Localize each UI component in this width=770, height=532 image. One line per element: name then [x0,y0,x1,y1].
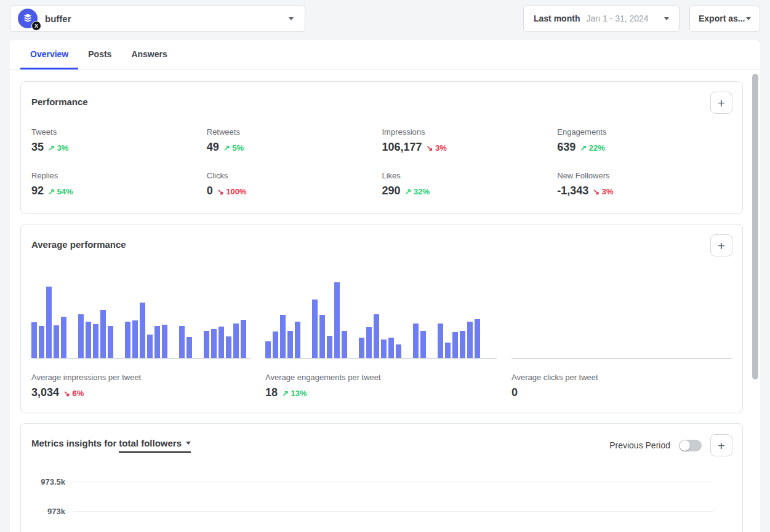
metric-value: 290 [382,185,401,197]
y-axis-row: 973.5k [31,477,713,486]
chevron-down-icon [664,17,669,20]
bar [359,338,364,358]
metric-delta: ↗ 54% [48,187,73,196]
vertical-scrollbar-thumb[interactable] [752,74,758,379]
bar [39,326,44,358]
metric-tweets: Tweets 35↗ 3% [31,127,207,154]
bar [366,327,372,358]
clicks-bar-chart [511,282,732,358]
metric-value: 0 [207,185,213,197]
tab-posts[interactable]: Posts [78,40,121,69]
bar-group [78,310,113,358]
bar [211,329,217,358]
metric-likes: Likes 290↗ 32% [382,171,558,197]
metric-delta: ↘ 100% [217,187,247,196]
bar [226,336,231,358]
chart-baseline [31,358,251,359]
bar [388,338,394,358]
metric-selector-dropdown[interactable]: total followers [119,438,191,453]
bar-group [359,314,401,358]
bar [374,314,379,358]
metric-value: 92 [31,185,44,197]
chart-baseline [511,358,732,359]
add-to-report-button[interactable]: + [710,234,732,256]
bar [147,335,153,358]
bar [445,343,451,358]
stat-label: Average clicks per tweet [511,373,732,382]
bar [438,324,443,358]
stat-value: 0 [511,386,518,399]
stat-label: Average impressions per tweet [31,373,251,382]
bar [54,325,59,358]
metric-delta: ↗ 22% [580,143,605,153]
clicks-chart-column: Average clicks per tweet 0 [511,282,732,399]
previous-period-toggle[interactable] [679,440,702,451]
channel-selector[interactable]: X buffer [10,5,305,32]
metric-retweets: Retweets 49↗ 5% [207,127,382,154]
bar [420,331,426,358]
channel-name: buffer [45,14,71,24]
metric-label: Retweets [207,127,382,137]
metric-value: 106,177 [382,141,422,154]
bar [86,322,91,358]
metric-engagements: Engagements 639↗ 22% [557,127,732,154]
bar-group [125,303,167,358]
add-to-report-button[interactable]: + [710,434,732,456]
bar [108,326,113,358]
bar [280,315,286,358]
impressions-chart-column: Average impressions per tweet 3,034↘ 6% [31,282,251,399]
bar [204,331,209,358]
bar-group [413,324,426,358]
metric-label: Replies [31,171,207,180]
y-axis-row: 973k [31,507,713,516]
bar [154,326,160,358]
average-performance-card-title: Average performance [31,239,126,250]
metrics-insights-card: Metrics insights for total followers Pre… [20,423,743,532]
bar [381,339,387,358]
bar-group [312,282,347,358]
bar [475,319,480,358]
bar [312,300,318,358]
bar [179,326,185,358]
bar [100,310,106,358]
date-range-selector[interactable]: Last month Jan 1 - 31, 2024 [523,5,680,32]
chevron-down-icon [289,17,294,20]
bar-group [204,320,246,358]
chart-baseline [265,358,497,359]
metric-label: Impressions [382,127,558,137]
export-as-button[interactable]: Export as... [689,5,760,32]
bar [31,322,37,358]
chevron-down-icon [186,442,191,445]
bar [460,331,465,358]
metric-value: 639 [557,141,575,154]
add-to-report-button[interactable]: + [710,92,732,114]
tab-answers[interactable]: Answers [121,40,177,69]
previous-period-label: Previous Period [609,440,670,450]
metric-delta: ↗ 5% [223,143,244,153]
bar [78,314,84,358]
stat-value: 18 [265,386,278,399]
bar [93,324,98,358]
bar [342,331,347,358]
bar [140,303,145,358]
gridline [73,482,713,482]
performance-card: Performance + Tweets 35↗ 3% Retweets 49↗… [20,81,743,214]
gridline [73,511,713,512]
toggle-knob [680,440,690,451]
bar [273,332,278,358]
metric-delta: ↗ 32% [405,187,430,196]
metric-label: Likes [382,171,558,180]
insights-controls: Previous Period + [609,434,732,456]
bar-group [179,326,192,358]
bar [452,332,458,358]
tab-overview[interactable]: Overview [20,40,78,69]
bar [334,282,340,358]
metric-value: -1,343 [557,185,588,197]
metrics-insights-title: Metrics insights for total followers [31,438,191,453]
bar [295,322,300,358]
bar [287,331,293,358]
metric-label: New Followers [557,171,732,180]
bar-group [438,319,480,358]
bar [413,324,419,358]
bar-group [31,287,66,358]
